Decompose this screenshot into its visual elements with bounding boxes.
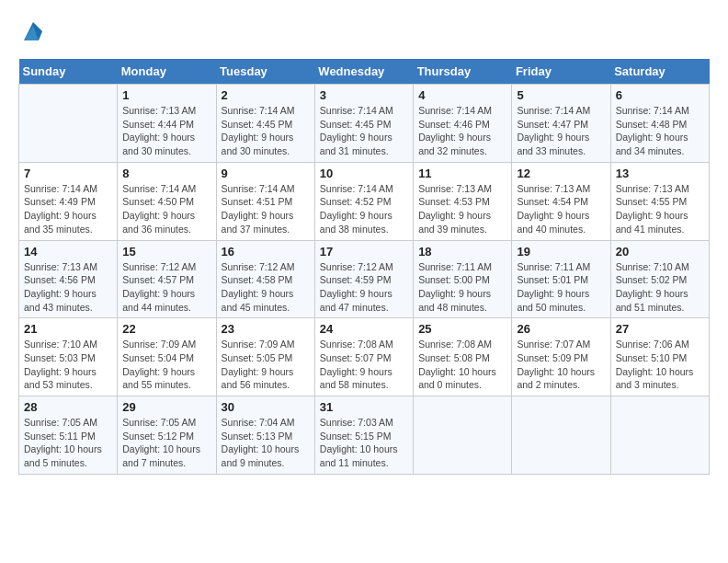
calendar-cell: 18Sunrise: 7:11 AMSunset: 5:00 PMDayligh… — [414, 240, 512, 318]
day-number: 9 — [222, 167, 310, 180]
calendar-cell — [414, 396, 512, 475]
calendar-cell: 29Sunrise: 7:05 AMSunset: 5:12 PMDayligh… — [118, 396, 216, 475]
day-number: 21 — [24, 322, 112, 336]
logo-text — [18, 18, 46, 50]
day-detail: Sunrise: 7:05 AMSunset: 5:12 PMDaylight:… — [122, 416, 210, 470]
day-detail: Sunrise: 7:13 AMSunset: 4:55 PMDaylight:… — [616, 182, 704, 236]
day-number: 24 — [320, 322, 408, 336]
calendar-cell: 28Sunrise: 7:05 AMSunset: 5:11 PMDayligh… — [19, 396, 118, 475]
header-cell-sunday: Sunday — [19, 59, 118, 85]
day-detail: Sunrise: 7:12 AMSunset: 4:58 PMDaylight:… — [222, 260, 310, 315]
calendar-cell: 9Sunrise: 7:14 AMSunset: 4:51 PMDaylight… — [216, 162, 314, 240]
day-number: 30 — [222, 400, 310, 414]
calendar-cell: 13Sunrise: 7:13 AMSunset: 4:55 PMDayligh… — [610, 162, 709, 240]
day-number: 6 — [616, 88, 704, 102]
calendar-cell: 21Sunrise: 7:10 AMSunset: 5:03 PMDayligh… — [19, 318, 118, 396]
day-detail: Sunrise: 7:14 AMSunset: 4:47 PMDaylight:… — [517, 104, 605, 158]
day-detail: Sunrise: 7:08 AMSunset: 5:07 PMDaylight:… — [320, 338, 408, 392]
calendar-cell: 10Sunrise: 7:14 AMSunset: 4:52 PMDayligh… — [314, 162, 413, 240]
calendar-table: SundayMondayTuesdayWednesdayThursdayFrid… — [18, 59, 710, 475]
logo — [18, 18, 46, 50]
day-number: 2 — [222, 88, 310, 102]
day-detail: Sunrise: 7:14 AMSunset: 4:49 PMDaylight:… — [24, 182, 112, 236]
header-cell-saturday: Saturday — [610, 59, 709, 85]
day-number: 10 — [320, 167, 408, 180]
day-number: 5 — [517, 88, 605, 102]
day-detail: Sunrise: 7:13 AMSunset: 4:53 PMDaylight:… — [418, 182, 506, 236]
day-detail: Sunrise: 7:14 AMSunset: 4:52 PMDaylight:… — [320, 182, 408, 236]
day-detail: Sunrise: 7:13 AMSunset: 4:56 PMDaylight:… — [24, 260, 112, 315]
calendar-cell: 20Sunrise: 7:10 AMSunset: 5:02 PMDayligh… — [610, 240, 709, 318]
day-number: 18 — [418, 245, 506, 259]
day-detail: Sunrise: 7:03 AMSunset: 5:15 PMDaylight:… — [320, 416, 408, 470]
week-row-5: 28Sunrise: 7:05 AMSunset: 5:11 PMDayligh… — [19, 396, 710, 475]
day-detail: Sunrise: 7:10 AMSunset: 5:03 PMDaylight:… — [24, 338, 112, 392]
day-number: 13 — [616, 167, 704, 180]
calendar-cell: 8Sunrise: 7:14 AMSunset: 4:50 PMDaylight… — [118, 162, 216, 240]
calendar-cell: 4Sunrise: 7:14 AMSunset: 4:46 PMDaylight… — [414, 85, 512, 163]
day-number: 1 — [122, 88, 210, 102]
week-row-2: 7Sunrise: 7:14 AMSunset: 4:49 PMDaylight… — [19, 162, 710, 240]
week-row-3: 14Sunrise: 7:13 AMSunset: 4:56 PMDayligh… — [19, 240, 710, 318]
header-cell-friday: Friday — [512, 59, 610, 85]
day-number: 25 — [418, 322, 506, 336]
calendar-cell: 19Sunrise: 7:11 AMSunset: 5:01 PMDayligh… — [512, 240, 610, 318]
calendar-cell: 11Sunrise: 7:13 AMSunset: 4:53 PMDayligh… — [414, 162, 512, 240]
calendar-cell: 26Sunrise: 7:07 AMSunset: 5:09 PMDayligh… — [512, 318, 610, 396]
page-header — [18, 18, 710, 50]
day-number: 20 — [616, 245, 704, 259]
header-cell-monday: Monday — [118, 59, 216, 85]
day-number: 29 — [122, 400, 210, 414]
calendar-cell: 27Sunrise: 7:06 AMSunset: 5:10 PMDayligh… — [610, 318, 709, 396]
calendar-cell: 14Sunrise: 7:13 AMSunset: 4:56 PMDayligh… — [19, 240, 118, 318]
day-number: 15 — [122, 245, 210, 259]
calendar-cell: 31Sunrise: 7:03 AMSunset: 5:15 PMDayligh… — [314, 396, 413, 475]
day-detail: Sunrise: 7:12 AMSunset: 4:57 PMDaylight:… — [122, 260, 210, 315]
calendar-cell: 17Sunrise: 7:12 AMSunset: 4:59 PMDayligh… — [314, 240, 413, 318]
calendar-cell: 24Sunrise: 7:08 AMSunset: 5:07 PMDayligh… — [314, 318, 413, 396]
calendar-cell: 5Sunrise: 7:14 AMSunset: 4:47 PMDaylight… — [512, 85, 610, 163]
header-cell-wednesday: Wednesday — [314, 59, 413, 85]
day-detail: Sunrise: 7:04 AMSunset: 5:13 PMDaylight:… — [222, 416, 310, 470]
header-cell-thursday: Thursday — [414, 59, 512, 85]
day-detail: Sunrise: 7:12 AMSunset: 4:59 PMDaylight:… — [320, 260, 408, 315]
day-number: 23 — [222, 322, 310, 336]
day-detail: Sunrise: 7:14 AMSunset: 4:50 PMDaylight:… — [122, 182, 210, 236]
calendar-cell: 6Sunrise: 7:14 AMSunset: 4:48 PMDaylight… — [610, 85, 709, 163]
calendar-cell: 15Sunrise: 7:12 AMSunset: 4:57 PMDayligh… — [118, 240, 216, 318]
day-number: 26 — [517, 322, 605, 336]
day-detail: Sunrise: 7:14 AMSunset: 4:45 PMDaylight:… — [222, 104, 310, 158]
day-number: 3 — [320, 88, 408, 102]
day-detail: Sunrise: 7:14 AMSunset: 4:45 PMDaylight:… — [320, 104, 408, 158]
week-row-4: 21Sunrise: 7:10 AMSunset: 5:03 PMDayligh… — [19, 318, 710, 396]
calendar-cell: 23Sunrise: 7:09 AMSunset: 5:05 PMDayligh… — [216, 318, 314, 396]
calendar-cell: 30Sunrise: 7:04 AMSunset: 5:13 PMDayligh… — [216, 396, 314, 475]
day-number: 28 — [24, 400, 112, 414]
day-detail: Sunrise: 7:14 AMSunset: 4:48 PMDaylight:… — [616, 104, 704, 158]
day-detail: Sunrise: 7:07 AMSunset: 5:09 PMDaylight:… — [517, 338, 605, 392]
day-number: 27 — [616, 322, 704, 336]
day-detail: Sunrise: 7:09 AMSunset: 5:05 PMDaylight:… — [222, 338, 310, 392]
day-detail: Sunrise: 7:05 AMSunset: 5:11 PMDaylight:… — [24, 416, 112, 470]
calendar-cell: 7Sunrise: 7:14 AMSunset: 4:49 PMDaylight… — [19, 162, 118, 240]
calendar-cell — [512, 396, 610, 475]
day-number: 31 — [320, 400, 408, 414]
calendar-cell: 22Sunrise: 7:09 AMSunset: 5:04 PMDayligh… — [118, 318, 216, 396]
header-cell-tuesday: Tuesday — [216, 59, 314, 85]
day-detail: Sunrise: 7:08 AMSunset: 5:08 PMDaylight:… — [418, 338, 506, 392]
day-detail: Sunrise: 7:13 AMSunset: 4:54 PMDaylight:… — [517, 182, 605, 236]
calendar-cell: 25Sunrise: 7:08 AMSunset: 5:08 PMDayligh… — [414, 318, 512, 396]
logo-icon — [20, 18, 46, 44]
day-detail: Sunrise: 7:09 AMSunset: 5:04 PMDaylight:… — [122, 338, 210, 392]
day-number: 19 — [517, 245, 605, 259]
day-number: 12 — [517, 167, 605, 180]
calendar-cell: 2Sunrise: 7:14 AMSunset: 4:45 PMDaylight… — [216, 85, 314, 163]
calendar-cell: 12Sunrise: 7:13 AMSunset: 4:54 PMDayligh… — [512, 162, 610, 240]
calendar-cell: 16Sunrise: 7:12 AMSunset: 4:58 PMDayligh… — [216, 240, 314, 318]
calendar-cell: 3Sunrise: 7:14 AMSunset: 4:45 PMDaylight… — [314, 85, 413, 163]
day-detail: Sunrise: 7:14 AMSunset: 4:51 PMDaylight:… — [222, 182, 310, 236]
day-detail: Sunrise: 7:14 AMSunset: 4:46 PMDaylight:… — [418, 104, 506, 158]
calendar-cell: 1Sunrise: 7:13 AMSunset: 4:44 PMDaylight… — [118, 85, 216, 163]
day-detail: Sunrise: 7:06 AMSunset: 5:10 PMDaylight:… — [616, 338, 704, 392]
day-detail: Sunrise: 7:10 AMSunset: 5:02 PMDaylight:… — [616, 260, 704, 315]
